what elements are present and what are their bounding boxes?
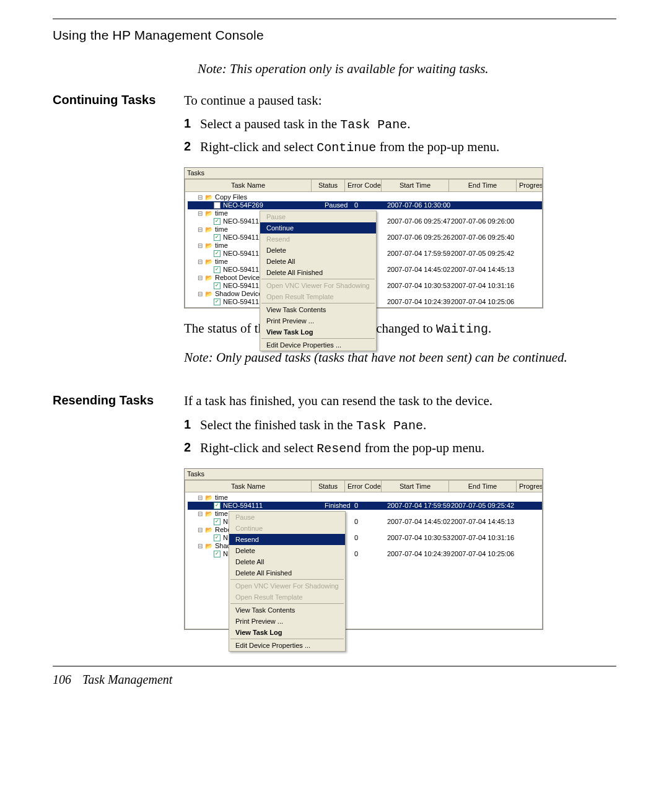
tasks-table-header: Task Name Status Error Code Start Time E… xyxy=(185,480,543,493)
resending-intro: If a task has finished, you can resend t… xyxy=(184,392,616,409)
section-heading-resending: Resending Tasks xyxy=(53,392,184,408)
context-menu-item[interactable]: Edit Device Properties ... xyxy=(229,640,345,651)
chapter-name: Task Management xyxy=(82,673,172,686)
context-menu-item[interactable]: Print Preview ... xyxy=(260,315,376,326)
note-waiting-tasks: Note: This operation only is available f… xyxy=(53,61,616,77)
context-menu-item: Open Result Template xyxy=(229,592,345,603)
screenshot-resend-menu: Tasks Task Name Status Error Code Start … xyxy=(184,468,543,631)
page-header: Using the HP Management Console xyxy=(53,28,616,43)
context-menu-item: Pause xyxy=(260,211,376,222)
context-menu-item[interactable]: View Task Log xyxy=(229,627,345,638)
context-menu-item[interactable]: Continue xyxy=(260,222,376,234)
continuing-intro: To continue a paused task: xyxy=(184,92,616,109)
task-tree-row[interactable]: ⊟📂Copy Files xyxy=(188,193,542,201)
tasks-table-header: Task Name Status Error Code Start Time E… xyxy=(185,179,543,192)
context-menu-item[interactable]: View Task Contents xyxy=(260,304,376,315)
context-menu-item[interactable]: Delete xyxy=(260,245,376,256)
section-heading-continuing: Continuing Tasks xyxy=(53,92,184,107)
tasks-pane-title: Tasks xyxy=(185,469,543,480)
step-2-text: Right-click and select Continue from the… xyxy=(200,138,616,156)
context-menu-item: Open VNC Viewer For Shadowing xyxy=(229,580,345,592)
task-tree-row[interactable]: NEO-54F269Paused02007-07-06 10:30:00 xyxy=(188,201,542,209)
context-menu-item[interactable]: Delete All xyxy=(229,556,345,567)
context-menu-item[interactable]: View Task Contents xyxy=(229,605,345,616)
context-menu-item[interactable]: Resend xyxy=(229,534,345,545)
context-menu-item: Resend xyxy=(260,234,376,245)
page-number: 106 xyxy=(53,673,71,686)
context-menu-item[interactable]: Edit Device Properties ... xyxy=(260,339,376,351)
footer: 106Task Management xyxy=(53,673,616,687)
context-menu-item[interactable]: Delete All xyxy=(260,256,376,267)
context-menu-item: Open Result Template xyxy=(260,291,376,302)
context-menu-item[interactable]: Delete xyxy=(229,545,345,556)
context-menu-item[interactable]: Delete All Finished xyxy=(229,567,345,578)
context-menu-item: Pause xyxy=(229,512,345,523)
screenshot-continue-menu: Tasks Task Name Status Error Code Start … xyxy=(184,167,543,308)
step-2-text: Right-click and select Resend from the p… xyxy=(200,439,616,457)
note-paused-only: Note: Only paused tasks (tasks that have… xyxy=(184,349,616,366)
context-menu-item[interactable]: Delete All Finished xyxy=(260,267,376,278)
context-menu-item: Continue xyxy=(229,523,345,534)
context-menu-item[interactable]: Print Preview ... xyxy=(229,616,345,627)
context-menu-item[interactable]: View Task Log xyxy=(260,326,376,338)
task-tree-row[interactable]: ✓NEO-594111Finished02007-07-04 17:59:592… xyxy=(188,502,542,510)
tasks-pane-title: Tasks xyxy=(185,168,543,179)
after-image-text: The status of the paused task will be ch… xyxy=(184,320,616,338)
context-menu-item: Open VNC Viewer For Shadowing xyxy=(260,280,376,291)
step-1-text: Select a paused task in the Task Pane. xyxy=(200,115,616,133)
step-1-text: Select the finished task in the Task Pan… xyxy=(200,416,616,434)
task-tree-row[interactable]: ⊟📂time xyxy=(188,494,542,502)
